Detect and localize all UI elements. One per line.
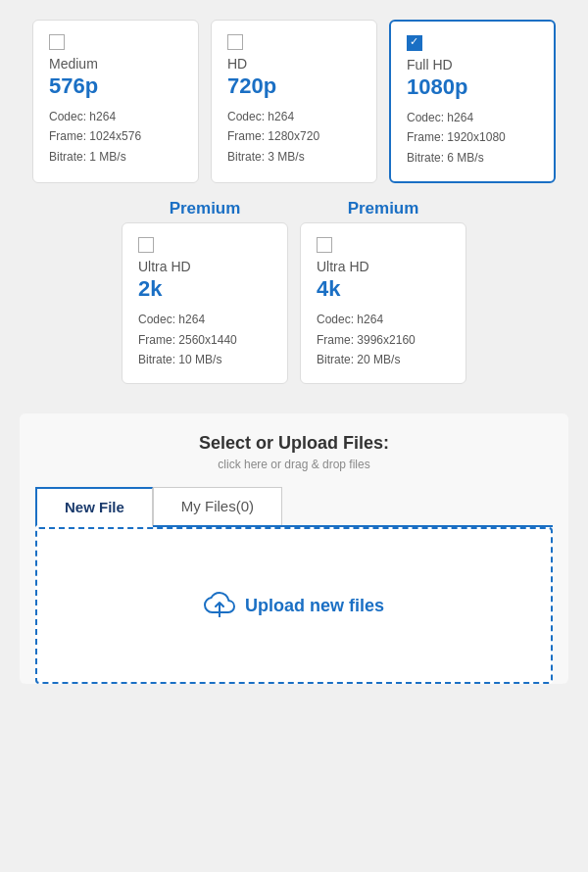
- tab-new-file[interactable]: New File: [35, 487, 153, 527]
- quality-card-fullhd[interactable]: Full HD 1080p Codec: h264 Frame: 1920x10…: [389, 20, 556, 183]
- upload-label: Upload new files: [245, 596, 384, 616]
- fullhd-details: Codec: h264 Frame: 1920x1080 Bitrate: 6 …: [407, 108, 538, 168]
- 4k-checkbox[interactable]: [317, 237, 332, 253]
- fullhd-title: Full HD: [407, 57, 538, 73]
- drop-zone[interactable]: Upload new files: [35, 527, 553, 684]
- 2k-checkbox[interactable]: [138, 237, 154, 253]
- quality-cards-bottom: Premium Ultra HD 2k Codec: h264 Frame: 2…: [20, 199, 568, 384]
- 2k-resolution: 2k: [138, 276, 271, 302]
- quality-card-medium[interactable]: Medium 576p Codec: h264 Frame: 1024x576 …: [32, 20, 199, 183]
- fullhd-resolution: 1080p: [407, 74, 538, 100]
- hd-resolution: 720p: [227, 73, 361, 99]
- 4k-details: Codec: h264 Frame: 3996x2160 Bitrate: 20…: [317, 310, 450, 369]
- file-tabs: New File My Files(0): [35, 487, 553, 527]
- quality-cards-top: Medium 576p Codec: h264 Frame: 1024x576 …: [20, 20, 568, 183]
- upload-subtitle: click here or drag & drop files: [35, 458, 553, 471]
- 4k-resolution: 4k: [317, 276, 450, 302]
- 2k-title: Ultra HD: [138, 259, 271, 274]
- hd-details: Codec: h264 Frame: 1280x720 Bitrate: 3 M…: [227, 107, 361, 167]
- medium-title: Medium: [49, 56, 182, 72]
- 4k-title: Ultra HD: [317, 259, 450, 274]
- medium-details: Codec: h264 Frame: 1024x576 Bitrate: 1 M…: [49, 107, 182, 167]
- 4k-premium-label: Premium: [300, 199, 466, 218]
- drop-zone-content: Upload new files: [204, 590, 384, 622]
- quality-card-hd[interactable]: HD 720p Codec: h264 Frame: 1280x720 Bitr…: [211, 20, 377, 183]
- 2k-premium-label: Premium: [122, 199, 288, 218]
- hd-title: HD: [227, 56, 361, 72]
- quality-card-2k-wrapper[interactable]: Premium Ultra HD 2k Codec: h264 Frame: 2…: [122, 199, 288, 384]
- hd-checkbox[interactable]: [227, 34, 243, 50]
- 2k-card-inner: Ultra HD 2k Codec: h264 Frame: 2560x1440…: [122, 222, 288, 384]
- quality-card-4k-wrapper[interactable]: Premium Ultra HD 4k Codec: h264 Frame: 3…: [300, 199, 466, 384]
- 4k-card-inner: Ultra HD 4k Codec: h264 Frame: 3996x2160…: [300, 222, 466, 384]
- medium-resolution: 576p: [49, 73, 182, 99]
- fullhd-checkbox[interactable]: [407, 35, 422, 51]
- upload-section: Select or Upload Files: click here or dr…: [20, 413, 568, 684]
- medium-checkbox[interactable]: [49, 34, 65, 50]
- cloud-upload-icon: [204, 590, 235, 622]
- 2k-details: Codec: h264 Frame: 2560x1440 Bitrate: 10…: [138, 310, 271, 369]
- tab-my-files[interactable]: My Files(0): [153, 487, 282, 525]
- upload-title: Select or Upload Files:: [35, 433, 553, 454]
